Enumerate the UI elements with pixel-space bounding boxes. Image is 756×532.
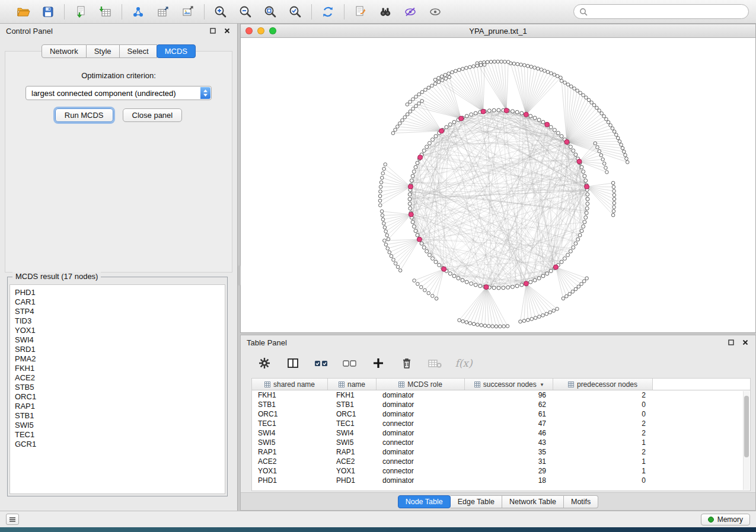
table-row[interactable]: FKH1FKH1dominator962 xyxy=(252,390,750,400)
tab-network-table[interactable]: Network Table xyxy=(502,495,564,508)
scrollbar-thumb[interactable] xyxy=(744,396,749,457)
cell-predecessors: 2 xyxy=(553,419,653,428)
mcds-result-item[interactable]: SWI4 xyxy=(15,335,225,345)
cell-predecessors: 1 xyxy=(553,438,653,447)
task-history-button[interactable] xyxy=(6,514,19,525)
table-row[interactable]: PHD1PHD1dominator180 xyxy=(252,476,750,485)
table-row[interactable]: TEC1TEC1connector472 xyxy=(252,419,750,428)
table-row[interactable]: RAP1RAP1dominator352 xyxy=(252,447,750,457)
column-type-icon xyxy=(474,382,480,387)
tab-edge-table[interactable]: Edge Table xyxy=(451,495,502,508)
close-panel-button[interactable]: Close panel xyxy=(123,108,183,122)
mcds-result-item[interactable]: FKH1 xyxy=(15,364,225,373)
delete-table-button[interactable] xyxy=(427,355,444,371)
table-row[interactable]: ACE2ACE2connector311 xyxy=(252,457,750,466)
mcds-result-item[interactable]: ORC1 xyxy=(15,392,225,402)
mcds-result-item[interactable]: TEC1 xyxy=(15,430,225,440)
mcds-result-item[interactable]: TID3 xyxy=(15,316,225,326)
mcds-result-item[interactable]: CAR1 xyxy=(15,297,225,307)
table-row[interactable]: SWI4SWI4dominator462 xyxy=(252,428,750,438)
cell-predecessors: 0 xyxy=(553,400,653,409)
table-row[interactable]: ORC1ORC1dominator610 xyxy=(252,409,750,419)
cell-shared_name: ACE2 xyxy=(252,457,328,466)
cell-name: RAP1 xyxy=(328,447,377,457)
zoom-in-button[interactable] xyxy=(212,4,229,20)
refresh-button[interactable] xyxy=(319,4,337,20)
floppy-disk-icon xyxy=(41,5,55,19)
tab-motifs[interactable]: Motifs xyxy=(564,495,598,508)
import-network-button[interactable] xyxy=(72,4,90,20)
hide-selected-button[interactable] xyxy=(401,4,419,20)
show-columns-button[interactable] xyxy=(285,355,301,371)
table-row[interactable]: STB1STB1dominator620 xyxy=(252,400,750,409)
network-canvas[interactable] xyxy=(241,38,755,332)
mcds-result-item[interactable]: STB1 xyxy=(15,411,225,421)
mcds-result-item[interactable]: SWI5 xyxy=(15,421,225,430)
table-toolbar: f(x) xyxy=(241,350,755,377)
table-row[interactable]: SWI5SWI5connector431 xyxy=(252,438,750,447)
panel-splitter-handle[interactable] xyxy=(238,265,241,286)
column-header-mcds-role[interactable]: MCDS role xyxy=(377,379,465,390)
table-row[interactable]: YOX1YOX1connector291 xyxy=(252,466,750,476)
cell-predecessors: 2 xyxy=(553,447,653,457)
cell-predecessors: 0 xyxy=(553,409,653,419)
tab-network[interactable]: Network xyxy=(42,44,87,58)
cell-name: TEC1 xyxy=(328,419,377,428)
mcds-result-item[interactable]: SRD1 xyxy=(15,345,225,354)
checked-boxes-icon xyxy=(314,356,329,370)
open-file-button[interactable] xyxy=(14,4,32,20)
save-button[interactable] xyxy=(39,4,57,20)
mcds-result-item[interactable]: STB5 xyxy=(15,383,225,392)
mcds-result-item[interactable]: YOX1 xyxy=(15,326,225,335)
export-table-button[interactable] xyxy=(154,4,172,20)
sort-descending-icon: ▾ xyxy=(541,382,544,387)
search-input[interactable] xyxy=(591,7,743,16)
mcds-result-item[interactable]: STP4 xyxy=(15,307,225,316)
tab-node-table[interactable]: Node Table xyxy=(398,495,451,508)
tab-mcds[interactable]: MCDS xyxy=(157,44,196,58)
column-header-successor-nodes[interactable]: successor nodes ▾ xyxy=(465,379,553,390)
tab-style[interactable]: Style xyxy=(87,44,120,58)
table-settings-button[interactable] xyxy=(256,355,273,371)
cell-role: connector xyxy=(377,466,465,476)
column-header-predecessor-nodes[interactable]: predecessor nodes xyxy=(553,379,653,390)
zoom-out-button[interactable] xyxy=(237,4,254,20)
zoom-selected-button[interactable] xyxy=(286,4,304,20)
search-objects-button[interactable] xyxy=(377,4,394,20)
cell-predecessors: 0 xyxy=(553,476,653,485)
zoom-fit-button[interactable] xyxy=(261,4,279,20)
mcds-result-item[interactable]: PHD1 xyxy=(15,288,225,297)
mcds-result-item[interactable]: RAP1 xyxy=(15,402,225,411)
export-image-button[interactable] xyxy=(179,4,197,20)
delete-row-button[interactable] xyxy=(398,355,415,371)
select-all-checks-button[interactable] xyxy=(313,355,330,371)
run-mcds-button[interactable]: Run MCDS xyxy=(55,108,113,122)
cell-successors: 46 xyxy=(465,428,553,438)
cell-name: STB1 xyxy=(328,400,377,409)
column-type-icon xyxy=(398,382,404,387)
control-panel-titlebar: Control Panel xyxy=(0,24,237,38)
show-all-button[interactable] xyxy=(426,4,444,20)
table-scrollbar[interactable] xyxy=(743,391,749,490)
memory-button[interactable]: Memory xyxy=(701,514,750,525)
function-builder-button[interactable]: f(x) xyxy=(455,355,472,371)
column-header-name[interactable]: name xyxy=(328,379,377,390)
float-table-panel-icon[interactable] xyxy=(727,338,735,347)
close-table-panel-icon[interactable] xyxy=(741,338,749,347)
clear-all-checks-button[interactable] xyxy=(342,355,358,371)
import-table-button[interactable] xyxy=(97,4,114,20)
mcds-result-item[interactable]: GCR1 xyxy=(15,440,225,449)
mcds-result-item[interactable]: ACE2 xyxy=(15,373,225,383)
export-network-button[interactable] xyxy=(129,4,147,20)
mcds-result-list[interactable]: PHD1CAR1STP4TID3YOX1SWI4SRD1PMA2FKH1ACE2… xyxy=(9,284,225,494)
float-panel-icon[interactable] xyxy=(209,27,217,35)
add-row-button[interactable] xyxy=(370,355,387,371)
mcds-result-item[interactable]: PMA2 xyxy=(15,354,225,364)
tab-select[interactable]: Select xyxy=(120,44,157,58)
column-header-shared-name[interactable]: shared name xyxy=(252,379,328,390)
share-document-button[interactable] xyxy=(352,4,369,20)
search-field[interactable] xyxy=(573,4,749,19)
network-titlebar[interactable]: YPA_prune.txt_1 xyxy=(241,24,755,38)
close-panel-icon[interactable] xyxy=(223,27,231,35)
criterion-select[interactable]: largest connected component (undirected) xyxy=(25,86,212,100)
